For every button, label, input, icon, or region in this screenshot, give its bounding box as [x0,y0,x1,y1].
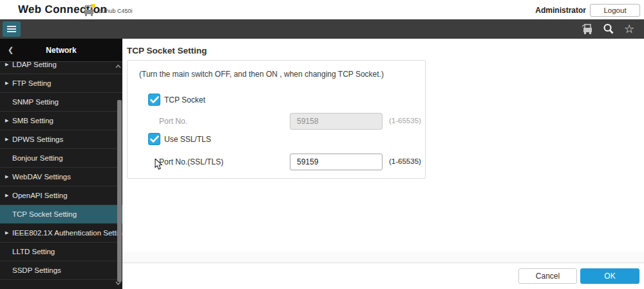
search-button[interactable] [601,23,616,35]
star-icon: ☆ [624,23,634,35]
sidebar-item-label: FTP Setting [12,74,52,92]
expand-arrow-icon: ▶ [5,186,8,204]
ssl-port-input[interactable] [290,154,383,170]
tcp-port-input [290,113,383,130]
device-name-label: bizhub C450i [99,8,133,14]
footer-divider [122,263,644,263]
ok-button[interactable]: OK [580,268,639,284]
expand-arrow-icon: ▶ [5,74,8,92]
tcp-socket-checkbox[interactable] [148,94,160,106]
use-ssl-checkbox-label: Use SSL/TLS [164,135,211,144]
main-toolbar: ☆ [0,19,644,39]
sidebar-item[interactable]: TCP Socket Setting [0,205,122,224]
sidebar-item-label: TCP Socket Setting [12,205,77,223]
printer-icon [582,23,594,35]
check-icon [150,135,159,143]
sidebar-scrollbar-thumb[interactable] [117,100,122,282]
logout-button[interactable]: Logout [590,4,640,17]
hamburger-icon [7,26,16,27]
sidebar-item-label: Bonjour Setting [12,149,63,167]
sidebar-item[interactable]: SSDP Settings [0,261,122,280]
ssl-port-label: Port No.(SSL/TLS) [159,157,223,166]
sidebar-item[interactable]: ▶SMB Setting [0,112,122,130]
sidebar-title: Network [0,46,122,55]
expand-arrow-icon: ▶ [5,130,8,148]
sidebar-item[interactable]: ▶DPWS Settings [0,130,122,149]
sidebar-item[interactable]: ▶IEEE802.1X Authentication Setting [0,224,122,243]
sidebar-item-label: OpenAPI Setting [12,186,68,204]
sidebar-item[interactable]: ▶FTP Setting [0,74,122,93]
network-sidebar: ❮ Network ▶LDAP Setting▶FTP SettingSNMP … [0,39,122,289]
expand-arrow-icon: ▶ [5,224,8,242]
web-connection-app: Web Connection bizhub C450i Administrato… [0,0,644,289]
sidebar-list: ▶LDAP Setting▶FTP SettingSNMP Setting▶SM… [0,62,122,289]
cancel-button[interactable]: Cancel [518,268,577,284]
use-ssl-checkbox[interactable] [148,133,160,145]
check-icon [150,96,159,104]
tcp-port-label: Port No. [159,117,187,126]
expand-arrow-icon: ▶ [5,168,8,186]
printer-status-button[interactable] [581,23,595,35]
sidebar-item-label: WebDAV Settings [12,168,71,186]
favorites-button[interactable]: ☆ [622,23,636,35]
restart-note: (Turn the main switch OFF, and then ON ,… [139,70,384,79]
settings-panel: (Turn the main switch OFF, and then ON ,… [127,60,426,179]
tcp-port-row: Port No. (1-65535) [128,113,426,130]
sidebar-item[interactable]: SNMP Setting [0,93,122,112]
sidebar-item-label: SMB Setting [12,112,53,130]
sidebar-item[interactable]: ▶LDAP Setting [0,62,122,74]
sidebar-item-label: DPWS Settings [12,130,63,148]
logged-in-user-label: Administrator [535,6,586,15]
main-content: TCP Socket Setting (Turn the main switch… [122,39,644,289]
sidebar-item[interactable]: ▶OpenAPI Setting [0,186,122,205]
scroll-up-icon[interactable] [115,65,121,68]
search-icon [602,23,615,35]
sidebar-item-label: LDAP Setting [12,62,57,74]
tcp-socket-checkbox-label: TCP Socket [164,95,205,105]
sidebar-item-label: LLTD Setting [12,243,55,261]
expand-arrow-icon: ▶ [5,62,8,74]
page-title: TCP Socket Setting [127,46,207,55]
expand-arrow-icon: ▶ [5,112,8,130]
device-printer-icon [83,3,96,17]
ssl-port-row: Port No.(SSL/TLS) (1-65535) [128,154,426,170]
hamburger-menu-button[interactable] [3,21,21,37]
sidebar-header: ❮ Network [0,39,122,62]
sidebar-item-label: IEEE802.1X Authentication Setting [12,224,122,242]
ssl-port-range: (1-65535) [389,157,421,165]
sidebar-item-label: SNMP Setting [12,93,59,111]
sidebar-item[interactable]: Bonjour Setting [0,149,122,168]
sidebar-item[interactable]: ▶WebDAV Settings [0,168,122,186]
footer-strip [122,252,644,263]
tcp-port-range: (1-65535) [389,117,421,125]
sidebar-item-label: SSDP Settings [12,261,61,279]
app-header: Web Connection bizhub C450i Administrato… [0,0,644,19]
sidebar-item[interactable]: LLTD Setting [0,243,122,261]
scroll-down-icon[interactable] [115,281,121,285]
